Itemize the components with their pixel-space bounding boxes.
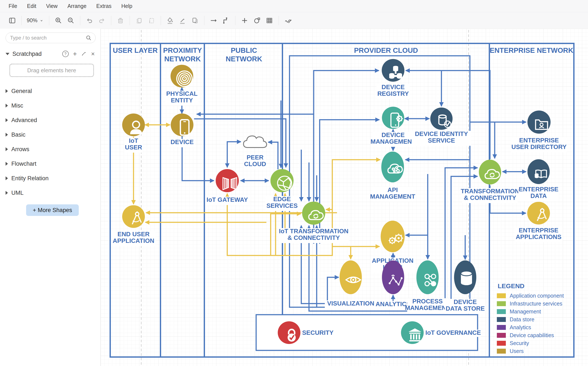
- legend-label: Device capabilities: [510, 332, 554, 338]
- sidebar-section-advanced[interactable]: Advanced: [0, 113, 100, 127]
- drawing-canvas[interactable]: USER LAYERPROXIMITYNETWORKPUBLICNETWORKP…: [101, 29, 588, 366]
- node-visualization[interactable]: VISUALIZATION: [325, 260, 376, 309]
- legend-swatch-analytics[interactable]: [497, 325, 506, 330]
- zoom-in-icon[interactable]: [52, 14, 65, 27]
- edit-icon[interactable]: [81, 51, 87, 57]
- sidebar-section-misc[interactable]: Misc: [0, 98, 100, 113]
- node-device[interactable]: DEVICE: [169, 114, 195, 147]
- search-icon: [86, 35, 92, 41]
- device-shape[interactable]: [171, 114, 193, 136]
- zoom-value: 90%: [27, 17, 38, 23]
- legend-swatch-users[interactable]: [497, 349, 506, 354]
- legend-title: LEGEND: [498, 282, 525, 290]
- sidebar-section-flowchart[interactable]: Flowchart: [0, 156, 100, 171]
- peer-cloud-shape[interactable]: [243, 136, 267, 147]
- connector-edge[interactable]: [227, 142, 241, 168]
- legend-label: Infrastructure services: [510, 301, 562, 306]
- help-icon[interactable]: ?: [62, 51, 69, 57]
- more-shapes-button[interactable]: + More Shapes: [26, 204, 79, 216]
- node-label: SECURITY: [302, 329, 334, 336]
- paste-icon[interactable]: [145, 14, 158, 27]
- legend-swatch-management[interactable]: [497, 309, 506, 314]
- device-identity-service-shape[interactable]: [430, 107, 453, 130]
- zoom-dropdown[interactable]: 90%: [25, 17, 46, 23]
- connector-edge[interactable]: [268, 142, 278, 169]
- scratchpad-drop-zone[interactable]: Drag elements here: [9, 64, 94, 77]
- toggle-panel-icon[interactable]: [6, 14, 18, 27]
- shape-sidebar: Scratchpad ? + × Drag elements here Gene…: [0, 29, 101, 366]
- legend-swatch-data-store[interactable]: [497, 317, 506, 322]
- redo-icon[interactable]: [96, 14, 108, 27]
- end-user-application-shape[interactable]: [122, 205, 145, 228]
- legend-swatch-security[interactable]: [497, 341, 506, 346]
- sidebar-section-arrows[interactable]: Arrows: [0, 142, 100, 156]
- node-enterprise-user-directory[interactable]: ENTERPRISEUSER DIRECTORY: [511, 111, 567, 152]
- node-end-user-application[interactable]: END USERAPPLICATION: [111, 205, 156, 246]
- expand-icon: [6, 176, 8, 180]
- undo-icon[interactable]: [83, 14, 96, 27]
- close-icon[interactable]: ×: [91, 51, 95, 57]
- node-label: IoT GOVERNANCE: [425, 329, 481, 336]
- sidebar-section-general[interactable]: General: [0, 84, 100, 98]
- menu-item-arrange[interactable]: Arrange: [67, 3, 86, 9]
- connection-icon[interactable]: [207, 14, 220, 27]
- zoom-out-icon[interactable]: [65, 14, 77, 27]
- scratchpad-header[interactable]: Scratchpad ? + ×: [6, 50, 95, 57]
- line-color-icon[interactable]: [176, 14, 189, 27]
- expand-icon: [6, 104, 8, 107]
- node-device-registry[interactable]: DEVICEREGISTRY: [376, 59, 409, 99]
- search-box[interactable]: [6, 32, 96, 43]
- lane-header: ENTERPRISE NETWORK: [490, 46, 573, 54]
- search-input[interactable]: [10, 35, 86, 41]
- shadow-icon[interactable]: [189, 14, 201, 27]
- sidebar-section-entity-relation[interactable]: Entity Relation: [0, 171, 100, 186]
- legend-swatch-application-component[interactable]: [497, 293, 506, 298]
- legend-swatch-device-capabilities[interactable]: [497, 333, 506, 338]
- node-api-management[interactable]: APIMANAGEMENT: [370, 152, 415, 202]
- sidebar-section-basic[interactable]: Basic: [0, 127, 100, 142]
- waypoints-icon[interactable]: [220, 14, 232, 27]
- delete-icon[interactable]: [114, 14, 127, 27]
- menu-item-extras[interactable]: Extras: [96, 3, 111, 9]
- node-iot-gateway[interactable]: IoT GATEWAY: [205, 169, 249, 205]
- node-edge-services[interactable]: EDGESERVICES: [265, 169, 298, 211]
- menu-item-view[interactable]: View: [46, 3, 58, 9]
- menu-item-file[interactable]: File: [8, 3, 17, 9]
- device-management-shape[interactable]: [382, 107, 404, 129]
- node-enterprise-applications[interactable]: ENTERPRISEAPPLICATIONS: [515, 202, 563, 242]
- copy-icon[interactable]: [133, 14, 145, 27]
- lane-header: PROVIDER CLOUD: [354, 46, 418, 54]
- connector-edge[interactable]: [194, 119, 286, 168]
- legend-label: Analytics: [510, 324, 531, 330]
- node-device-management[interactable]: DEVICEMANAGEMENT: [370, 107, 416, 147]
- node-label: IoT GATEWAY: [206, 196, 248, 203]
- expand-icon: [6, 162, 8, 166]
- toolbar: 90%: [0, 12, 588, 29]
- insert-table-icon[interactable]: [263, 14, 276, 27]
- expand-icon: [6, 191, 8, 195]
- menu-item-help[interactable]: Help: [121, 3, 132, 9]
- lane-header: PROXIMITYNETWORK: [163, 46, 202, 63]
- node-device-identity-service[interactable]: DEVICE IDENTITYSERVICE: [412, 107, 471, 146]
- legend-label: Application component: [510, 293, 564, 299]
- node-enterprise-data[interactable]: ENTERPRISEDATA: [518, 159, 559, 201]
- insert-shape-icon[interactable]: [251, 14, 263, 27]
- lane-header: USER LAYER: [113, 46, 158, 54]
- lane-header: PUBLICNETWORK: [226, 46, 262, 63]
- menu-item-edit[interactable]: Edit: [27, 3, 36, 9]
- node-label: TRANSFORMATION& CONNECTIVITY: [461, 188, 519, 201]
- section-label: General: [11, 88, 32, 94]
- sidebar-section-uml[interactable]: UML: [0, 186, 100, 200]
- legend-swatch-infrastructure-services[interactable]: [497, 301, 506, 306]
- fill-color-icon[interactable]: [164, 14, 176, 27]
- menubar: FileEditViewArrangeExtrasHelp: [0, 0, 588, 12]
- insert-icon[interactable]: [238, 14, 251, 27]
- enterprise-applications-shape[interactable]: [527, 202, 550, 224]
- node-iot-user[interactable]: IoTUSER: [122, 114, 145, 153]
- add-icon[interactable]: +: [73, 50, 77, 57]
- node-physical-entity[interactable]: PHYSICALENTITY: [165, 65, 198, 106]
- connector-edge[interactable]: [327, 277, 339, 304]
- iot-architecture-diagram[interactable]: USER LAYERPROXIMITYNETWORKPUBLICNETWORKP…: [101, 29, 588, 366]
- node-peer-cloud[interactable]: PEERCLOUD: [243, 136, 267, 169]
- freehand-icon[interactable]: [282, 14, 294, 27]
